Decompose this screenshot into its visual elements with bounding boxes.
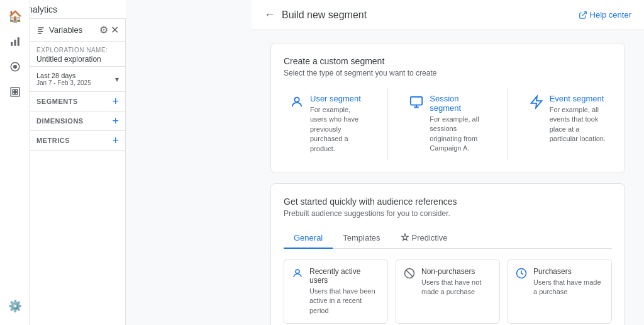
recently-active-users-item[interactable]: Recently active users Users that have be… [284,259,388,324]
modal-body: Create a custom segment Select the type … [252,30,644,325]
tab-templates-label: Templates [343,233,380,242]
purchasers-text: Purchasers Users that have made a purcha… [533,267,604,297]
recently-active-title: Recently active users [309,267,380,285]
date-range-sub: Jan 7 - Feb 3, 2025 [36,79,91,86]
explore-icon[interactable] [4,55,26,78]
session-segment-title: Session segment [430,94,486,113]
date-range-chevron: ▾ [115,75,119,84]
sidebar-bottom: ⚙️ [4,295,26,317]
user-segment-text: User segment For example, users who have… [310,94,366,154]
exploration-label: EXPLORATION NAME: [36,47,119,54]
dimensions-label: DIMENSIONS [36,117,84,125]
event-segment-icon [530,95,543,112]
add-dimension-button[interactable]: + [112,115,119,127]
variables-panel: Variables ⚙ ✕ EXPLORATION NAME: Untitled… [30,0,126,325]
settings-icon[interactable]: ⚙️ [4,295,26,317]
event-segment-desc: For example, all events that took place … [550,105,606,144]
event-segment-text: Event segment For example, all events th… [550,94,606,144]
add-metric-button[interactable]: + [112,135,119,146]
variables-title-group: Variables [36,25,82,35]
variables-settings-icon[interactable]: ⚙ [99,24,108,36]
help-center-link[interactable]: Help center [579,10,631,20]
variables-icon [36,26,45,35]
modal-header: ← Build new segment Help center [252,0,644,30]
svg-rect-8 [38,33,42,34]
tab-general-label: General [294,233,323,242]
purchasers-title: Purchasers [533,267,604,276]
svg-point-13 [296,270,299,273]
svg-rect-6 [38,29,42,30]
user-segment-desc: For example, users who have previously p… [310,105,366,154]
purchasers-item[interactable]: Purchasers Users that have made a purcha… [508,259,612,324]
metrics-section-row: METRICS + [30,131,125,151]
tab-general[interactable]: General [284,228,333,249]
session-segment-desc: For example, all sessions originating fr… [430,115,486,154]
exploration-name: Untitled exploration [36,55,119,64]
session-segment-text: Session segment For example, all session… [430,94,486,154]
help-center-label: Help center [590,10,631,20]
event-segment-title: Event segment [550,94,606,103]
segment-options-container: User segment For example, users who have… [284,88,612,160]
recently-active-icon [292,268,303,282]
tab-predictive-label: Predictive [412,233,448,242]
svg-rect-0 [11,42,13,46]
dimensions-section-row: DIMENSIONS + [30,111,125,131]
variables-header: Variables ⚙ ✕ [30,19,125,42]
purchasers-desc: Users that have made a purchase [533,278,604,297]
session-segment-option[interactable]: Session segment For example, all session… [403,88,492,160]
date-range-section[interactable]: Last 28 days Jan 7 - Feb 3, 2025 ▾ [30,66,125,92]
modal-title: Build new segment [282,9,367,21]
home-icon[interactable]: 🏠 [4,5,26,28]
modal-header-left: ← Build new segment [264,8,367,21]
custom-segment-title: Create a custom segment [284,56,612,66]
segment-divider-2 [508,88,508,160]
exploration-name-section: EXPLORATION NAME: Untitled exploration [30,42,125,66]
non-purchasers-text: Non-purchasers Users that have not made … [421,267,492,297]
non-purchasers-desc: Users that have not made a purchase [421,278,492,297]
audience-card-subtitle: Prebuilt audience suggestions for you to… [284,209,612,218]
user-segment-icon [290,95,304,112]
purchasers-icon [516,268,527,282]
recently-active-text: Recently active users Users that have be… [309,267,380,316]
svg-rect-2 [17,37,19,46]
non-purchasers-icon [404,268,415,282]
non-purchasers-title: Non-purchasers [421,267,492,276]
help-icon [579,11,587,20]
custom-segment-card: Create a custom segment Select the type … [270,43,625,173]
reports-icon[interactable] [4,30,26,53]
svg-rect-11 [411,97,422,105]
predictive-icon [401,233,409,242]
segments-section-row: SEGMENTS + [30,92,125,111]
metrics-label: METRICS [36,137,70,144]
advertising-icon[interactable] [4,81,26,103]
variables-close-icon[interactable]: ✕ [111,24,119,36]
non-purchasers-item[interactable]: Non-purchasers Users that have not made … [396,259,500,324]
session-segment-icon [409,95,423,112]
left-sidebar: 🏠 ⚙️ [0,0,30,325]
segment-divider-1 [387,88,388,160]
back-button[interactable]: ← [264,8,275,21]
svg-line-9 [582,11,586,15]
add-segment-button[interactable]: + [112,96,119,107]
audience-card-title: Get started quickly with audience refere… [284,197,612,207]
svg-point-4 [13,66,16,69]
svg-rect-1 [14,40,16,46]
user-segment-title: User segment [310,94,366,103]
data-panel: ← Build new segment Help center Create a… [126,0,644,325]
segments-label: SEGMENTS [36,98,78,105]
custom-segment-subtitle: Select the type of segment you want to c… [284,69,612,77]
svg-rect-7 [38,31,43,32]
recently-active-desc: Users that have been active in a recent … [309,287,380,316]
date-range-label: Last 28 days [36,72,91,79]
audience-tabs: General Templates Predictive [284,228,612,249]
svg-point-10 [294,98,299,102]
tab-predictive[interactable]: Predictive [391,228,458,249]
modal-overlay: ← Build new segment Help center Create a… [252,0,644,325]
event-segment-option[interactable]: Event segment For example, all events th… [523,88,612,160]
audience-references-card: Get started quickly with audience refere… [270,183,625,325]
tab-templates[interactable]: Templates [333,228,390,249]
audience-grid: Recently active users Users that have be… [284,259,612,325]
svg-marker-12 [531,96,541,108]
svg-rect-5 [38,27,43,28]
user-segment-option[interactable]: User segment For example, users who have… [284,88,372,160]
